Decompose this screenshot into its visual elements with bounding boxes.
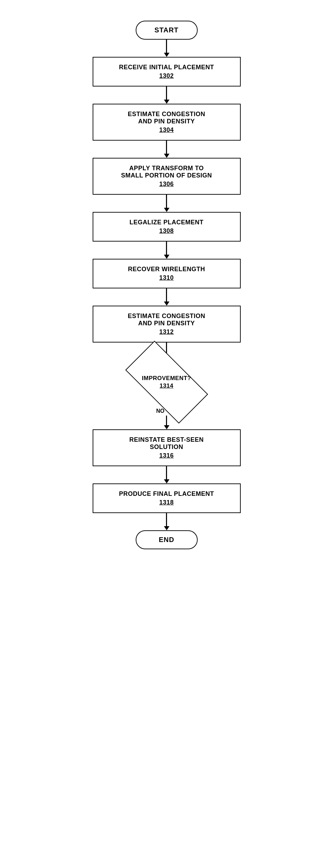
node-1312-line1: ESTIMATE CONGESTION <box>128 313 205 319</box>
node-1306-line2: SMALL PORTION OF DESIGN <box>121 172 212 179</box>
node-1304: ESTIMATE CONGESTION AND PIN DENSITY 1304 <box>93 104 241 141</box>
node-1318-text: PRODUCE FINAL PLACEMENT <box>119 490 214 497</box>
node-1312-line2: AND PIN DENSITY <box>138 320 195 327</box>
node-1314-id: 1314 <box>142 382 191 390</box>
node-1312-id: 1312 <box>102 328 232 336</box>
node-1302-text: RECEIVE INITIAL PLACEMENT <box>119 64 214 71</box>
flowchart-container: YES START RECEIVE INITIAL PLACEMENT 1302… <box>60 10 273 563</box>
node-1302-id: 1302 <box>102 72 232 80</box>
node-1304-id: 1304 <box>102 126 232 134</box>
arrow-2 <box>164 86 169 104</box>
arrow-5 <box>164 242 169 259</box>
end-node: END <box>136 530 198 549</box>
node-1310-text: RECOVER WIRELENGTH <box>128 266 205 273</box>
node-1316-line1: REINSTATE BEST-SEEN <box>129 436 204 443</box>
node-1314-diamond: IMPROVEMENT? 1314 <box>125 360 208 405</box>
node-1306: APPLY TRANSFORM TO SMALL PORTION OF DESI… <box>93 158 241 195</box>
node-1318: PRODUCE FINAL PLACEMENT 1318 <box>93 483 241 513</box>
arrow-1 <box>164 40 169 57</box>
end-label: END <box>159 536 174 543</box>
node-1310-id: 1310 <box>102 274 232 282</box>
arrow-10 <box>164 513 169 530</box>
node-1304-line1: ESTIMATE CONGESTION <box>128 111 205 118</box>
node-1304-line2: AND PIN DENSITY <box>138 118 195 125</box>
no-label: NO <box>156 408 165 414</box>
node-1308-id: 1308 <box>102 227 232 235</box>
node-1316: REINSTATE BEST-SEEN SOLUTION 1316 <box>93 429 241 466</box>
node-1314-text: IMPROVEMENT? <box>142 375 191 381</box>
node-1316-id: 1316 <box>102 452 232 459</box>
node-1308-text: LEGALIZE PLACEMENT <box>129 219 204 226</box>
node-1308: LEGALIZE PLACEMENT 1308 <box>93 212 241 242</box>
arrow-4 <box>164 195 169 212</box>
node-1316-line2: SOLUTION <box>150 443 183 450</box>
arrow-3 <box>164 141 169 158</box>
arrow-9 <box>164 466 169 483</box>
node-1302: RECEIVE INITIAL PLACEMENT 1302 <box>93 57 241 86</box>
node-1312: ESTIMATE CONGESTION AND PIN DENSITY 1312 <box>93 306 241 343</box>
node-1306-id: 1306 <box>102 181 232 188</box>
node-1318-id: 1318 <box>102 499 232 506</box>
arrow-6 <box>164 288 169 306</box>
start-node: START <box>136 21 198 40</box>
start-label: START <box>154 26 178 34</box>
node-1306-line1: APPLY TRANSFORM TO <box>129 165 204 172</box>
diamond-text: IMPROVEMENT? 1314 <box>142 375 191 390</box>
node-1310: RECOVER WIRELENGTH 1310 <box>93 259 241 288</box>
